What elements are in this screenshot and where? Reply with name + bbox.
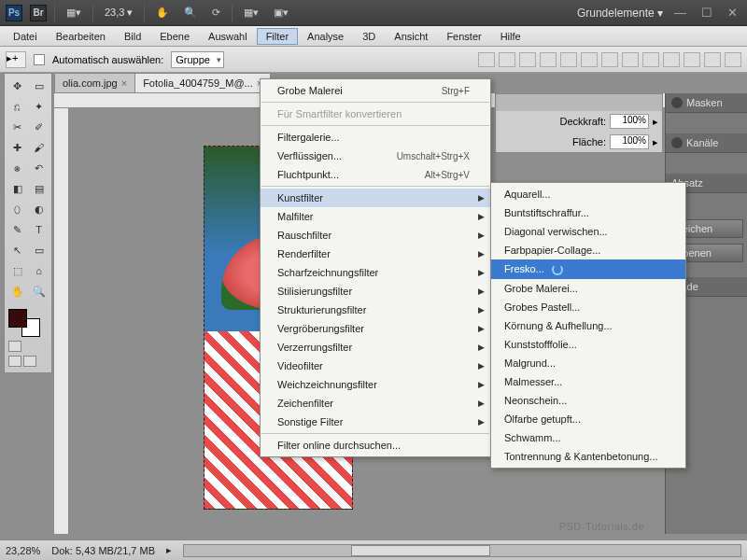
- panel-masken[interactable]: Masken: [666, 93, 747, 113]
- menu-analyse[interactable]: Analyse: [298, 28, 353, 45]
- submenu-item[interactable]: Diagonal verwischen...: [491, 222, 685, 241]
- filter-gallery[interactable]: Filtergalerie...: [261, 128, 490, 147]
- zoom-tool[interactable]: 🔍: [28, 281, 49, 301]
- align-icon[interactable]: [581, 52, 598, 67]
- move-tool[interactable]: ✥: [7, 76, 28, 96]
- scrollbar-horizontal[interactable]: [183, 544, 741, 557]
- filter-group-rauschfilter[interactable]: Rauschfilter▶: [261, 226, 490, 245]
- minimize-button[interactable]: —: [670, 6, 690, 20]
- stamp-tool[interactable]: ⎈: [7, 158, 28, 178]
- auto-select-type[interactable]: Gruppe: [171, 51, 224, 68]
- filter-liquify[interactable]: Verflüssigen...Umschalt+Strg+X: [261, 147, 490, 165]
- distribute-icon[interactable]: [601, 52, 618, 67]
- submenu-item[interactable]: Neonschein...: [491, 391, 685, 410]
- status-zoom[interactable]: 23,28%: [6, 545, 40, 556]
- wand-tool[interactable]: ✦: [28, 96, 49, 117]
- panel-header[interactable]: [496, 94, 662, 111]
- distribute-icon[interactable]: [622, 52, 639, 67]
- screen-mode-icon[interactable]: ▣▾: [270, 5, 292, 21]
- filter-group-zeichenfilter[interactable]: Zeichenfilter▶: [261, 394, 490, 413]
- history-brush-tool[interactable]: ↶: [28, 158, 49, 178]
- crop-tool[interactable]: ✂: [7, 117, 28, 137]
- submenu-item[interactable]: Ölfarbe getupft...: [491, 410, 685, 428]
- brush-tool[interactable]: 🖌: [28, 137, 49, 158]
- filter-online[interactable]: Filter online durchsuchen...: [261, 436, 490, 455]
- align-icon[interactable]: [540, 52, 557, 67]
- filter-group-verzerrung[interactable]: Verzerrungsfilter▶: [261, 338, 490, 357]
- close-button[interactable]: ✕: [724, 6, 741, 20]
- distribute-icon[interactable]: [684, 52, 700, 67]
- filter-vanishing[interactable]: Fluchtpunkt...Alt+Strg+V: [261, 165, 490, 184]
- submenu-item[interactable]: Aquarell...: [491, 185, 685, 203]
- layers-panel[interactable]: Deckkraft:100%▸ Fläche:100%▸: [495, 93, 663, 153]
- align-icon[interactable]: [499, 52, 515, 67]
- dodge-tool[interactable]: ◐: [28, 199, 49, 219]
- distribute-icon[interactable]: [663, 52, 680, 67]
- filter-group-vergroeberung[interactable]: Vergröberungsfilter▶: [261, 319, 490, 338]
- menu-ansicht[interactable]: Ansicht: [385, 28, 437, 45]
- auto-align-icon[interactable]: [725, 52, 741, 67]
- pen-tool[interactable]: ✎: [7, 219, 28, 240]
- doc-tab[interactable]: olia.com.jpg×: [54, 73, 135, 93]
- panel-kanale[interactable]: Kanäle: [666, 133, 747, 153]
- submenu-item[interactable]: Tontrennung & Kantenbetonung...: [491, 447, 685, 466]
- submenu-item[interactable]: Fresko...: [491, 259, 685, 279]
- menu-ebene[interactable]: Ebene: [150, 28, 199, 45]
- hand-tool-icon[interactable]: ✋: [152, 5, 173, 21]
- filter-group-video[interactable]: Videofilter▶: [261, 357, 490, 375]
- menu-bearbeiten[interactable]: Bearbeiten: [47, 28, 115, 45]
- distribute-icon[interactable]: [704, 52, 721, 67]
- gradient-tool[interactable]: ▤: [28, 178, 49, 199]
- eyedropper-tool[interactable]: ✐: [28, 117, 49, 137]
- auto-select-checkbox[interactable]: [34, 54, 45, 65]
- submenu-item[interactable]: Malmesser...: [491, 372, 685, 391]
- filter-last[interactable]: Grobe MalereiStrg+F: [261, 81, 490, 100]
- color-swatches[interactable]: [8, 309, 40, 337]
- close-icon[interactable]: ×: [121, 77, 127, 89]
- menu-datei[interactable]: Datei: [4, 28, 47, 45]
- workspace-switcher[interactable]: Grundelemente ▾: [577, 7, 663, 20]
- menu-auswahl[interactable]: Auswahl: [199, 28, 257, 45]
- submenu-item[interactable]: Malgrund...: [491, 354, 685, 372]
- submenu-item[interactable]: Grobe Malerei...: [491, 279, 685, 298]
- opacity-input[interactable]: 100%: [610, 114, 649, 129]
- menu-fenster[interactable]: Fenster: [437, 28, 490, 45]
- filter-group-malfilter[interactable]: Malfilter▶: [261, 207, 490, 226]
- move-tool-icon[interactable]: ▸+: [6, 51, 26, 68]
- submenu-item[interactable]: Kunststofffolie...: [491, 335, 685, 354]
- lasso-tool[interactable]: ⎌: [7, 96, 28, 117]
- submenu-item[interactable]: Farbpapier-Collage...: [491, 241, 685, 259]
- marquee-tool[interactable]: ▭: [28, 76, 49, 96]
- screenmode-icon[interactable]: [23, 356, 36, 367]
- filter-group-scharfzeichnung[interactable]: Scharfzeichnungsfilter▶: [261, 263, 490, 282]
- filter-group-stilisierung[interactable]: Stilisierungsfilter▶: [261, 282, 490, 301]
- blur-tool[interactable]: ⬯: [7, 199, 28, 219]
- filter-group-weichzeichnung[interactable]: Weichzeichnungsfilter▶: [261, 375, 490, 394]
- quickmask-icon[interactable]: [8, 341, 21, 352]
- 3d-tool[interactable]: ⬚: [7, 260, 28, 281]
- filter-group-renderfilter[interactable]: Renderfilter▶: [261, 245, 490, 263]
- submenu-item[interactable]: Körnung & Aufhellung...: [491, 316, 685, 335]
- 3d-camera-tool[interactable]: ⌂: [28, 260, 49, 281]
- filter-group-kunstfilter[interactable]: Kunstfilter▶: [261, 189, 490, 207]
- zoom-level[interactable]: 23,3 ▾: [101, 7, 136, 19]
- path-tool[interactable]: ↖: [7, 240, 28, 260]
- arrange-docs-icon[interactable]: ▦▾: [240, 5, 262, 21]
- menu-filter[interactable]: Filter: [257, 28, 298, 45]
- align-icon[interactable]: [519, 52, 536, 67]
- submenu-item[interactable]: Buntstiftschraffur...: [491, 203, 685, 222]
- eraser-tool[interactable]: ◧: [7, 178, 28, 199]
- fill-input[interactable]: 100%: [610, 134, 649, 149]
- hand-tool[interactable]: ✋: [7, 281, 28, 301]
- zoom-tool-icon[interactable]: 🔍: [180, 5, 201, 21]
- menu-hilfe[interactable]: Hilfe: [491, 28, 530, 45]
- align-icon[interactable]: [478, 52, 495, 67]
- bridge-icon[interactable]: Br: [30, 5, 47, 21]
- filter-group-strukturierung[interactable]: Strukturierungsfilter▶: [261, 301, 490, 319]
- submenu-item[interactable]: Grobes Pastell...: [491, 298, 685, 316]
- screenmode-icon[interactable]: [8, 356, 21, 367]
- heal-tool[interactable]: ✚: [7, 137, 28, 158]
- menu-3d[interactable]: 3D: [353, 28, 385, 45]
- align-icon[interactable]: [560, 52, 577, 67]
- type-tool[interactable]: T: [28, 219, 49, 240]
